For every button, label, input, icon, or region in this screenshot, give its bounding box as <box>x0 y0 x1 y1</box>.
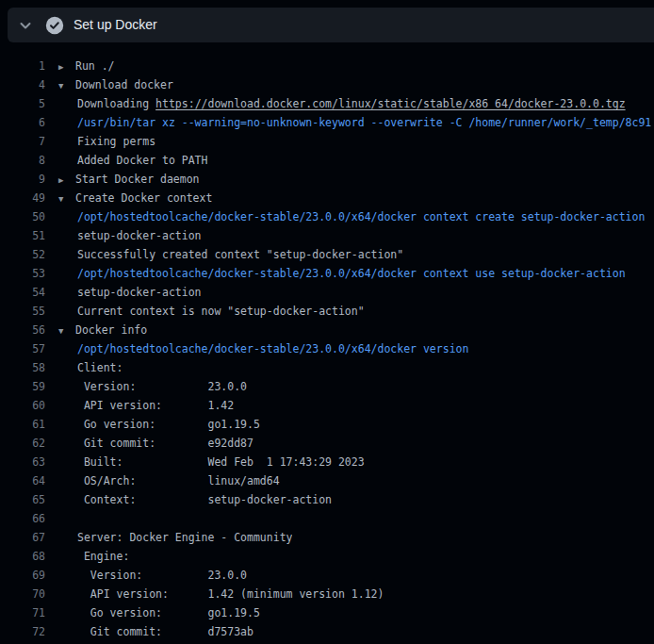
log-line: 72 Git commit: d7573ab <box>0 622 654 641</box>
log-line: 68 Engine: <box>0 547 654 566</box>
line-number[interactable]: 61 <box>0 415 45 434</box>
group-label[interactable]: Run ./ <box>75 59 115 73</box>
log-group-row[interactable]: 56▼Docker info <box>0 321 654 339</box>
line-number[interactable]: 1 <box>0 57 45 75</box>
log-text: /opt/hostedtoolcache/docker-stable/23.0.… <box>77 342 468 355</box>
log-line: 51setup-docker-action <box>0 226 654 245</box>
line-number[interactable]: 56 <box>0 321 45 339</box>
line-number[interactable]: 72 <box>0 622 45 641</box>
log-text: setup-docker-action <box>77 229 202 242</box>
line-number[interactable]: 54 <box>0 283 45 302</box>
log-group-row[interactable]: 1▶Run ./ <box>0 57 654 75</box>
line-number[interactable]: 51 <box>0 226 45 245</box>
log-line: 67Server: Docker Engine - Community <box>0 528 654 547</box>
log-text: Context: setup-docker-action <box>77 493 332 506</box>
group-label[interactable]: Docker info <box>75 323 147 337</box>
line-number[interactable]: 4 <box>0 75 45 94</box>
line-number[interactable]: 53 <box>0 264 45 283</box>
log-group-row[interactable]: 9▶Start Docker daemon <box>0 170 654 189</box>
line-number[interactable]: 58 <box>0 358 45 377</box>
log-text: Version: 23.0.0 <box>77 569 247 582</box>
triangle-right-icon[interactable]: ▶ <box>58 171 75 190</box>
line-number[interactable]: 7 <box>0 132 45 151</box>
line-number[interactable]: 70 <box>0 585 45 603</box>
log-line: 5Downloading https://download.docker.com… <box>0 94 654 113</box>
group-label[interactable]: Start Docker daemon <box>75 173 200 186</box>
log-text: Fixing perms <box>77 135 155 148</box>
log-text: Built: Wed Feb 1 17:43:29 2023 <box>77 455 365 469</box>
group-label[interactable]: Download docker <box>75 78 173 91</box>
log-lines: 1▶Run ./4▼Download docker5Downloading ht… <box>0 42 654 641</box>
log-line: 63 Built: Wed Feb 1 17:43:29 2023 <box>0 453 654 471</box>
line-number[interactable]: 68 <box>0 547 45 566</box>
line-number[interactable]: 69 <box>0 566 45 585</box>
log-line: 60 API version: 1.42 <box>0 396 654 415</box>
check-circle-icon <box>45 16 64 35</box>
triangle-down-icon[interactable]: ▼ <box>58 76 75 95</box>
line-number[interactable]: 64 <box>0 471 45 490</box>
log-line: 55Current context is now "setup-docker-a… <box>0 302 654 321</box>
line-number[interactable]: 59 <box>0 377 45 396</box>
line-number[interactable]: 66 <box>0 509 45 528</box>
log-line: 70 API version: 1.42 (minimum version 1.… <box>0 585 654 603</box>
line-number[interactable]: 5 <box>0 94 45 113</box>
triangle-down-icon[interactable]: ▼ <box>58 190 75 208</box>
log-text: Go version: go1.19.5 <box>77 606 260 619</box>
log-line: 53/opt/hostedtoolcache/docker-stable/23.… <box>0 264 654 283</box>
line-number[interactable]: 57 <box>0 339 45 358</box>
log-line: 6/usr/bin/tar xz --warning=no-unknown-ke… <box>0 113 654 132</box>
line-number[interactable]: 63 <box>0 453 45 471</box>
log-text: setup-docker-action <box>77 286 202 299</box>
log-text: Git commit: d7573ab <box>77 625 253 638</box>
log-text: Server: Docker Engine - Community <box>77 531 292 544</box>
triangle-right-icon[interactable]: ▶ <box>58 58 75 76</box>
log-line: 69 Version: 23.0.0 <box>0 566 654 585</box>
log-text: /usr/bin/tar xz --warning=no-unknown-key… <box>77 116 651 129</box>
log-group-row[interactable]: 4▼Download docker <box>0 75 654 94</box>
line-number[interactable]: 60 <box>0 396 45 415</box>
log-line: 8Added Docker to PATH <box>0 151 654 170</box>
log-text: Current context is now "setup-docker-act… <box>77 305 365 318</box>
line-number[interactable]: 8 <box>0 151 45 170</box>
log-text: API version: 1.42 <box>77 399 234 412</box>
log-line: 64 OS/Arch: linux/amd64 <box>0 471 654 490</box>
log-line: 65 Context: setup-docker-action <box>0 490 654 509</box>
chevron-down-icon[interactable] <box>18 18 33 33</box>
line-number[interactable]: 67 <box>0 528 45 547</box>
log-line: 50/opt/hostedtoolcache/docker-stable/23.… <box>0 207 654 226</box>
line-number[interactable]: 65 <box>0 490 45 509</box>
log-group-row[interactable]: 49▼Create Docker context <box>0 189 654 207</box>
log-line: 61 Go version: go1.19.5 <box>0 415 654 434</box>
log-line: 62 Git commit: e92dd87 <box>0 434 654 453</box>
log-line: 59 Version: 23.0.0 <box>0 377 654 396</box>
line-number[interactable]: 55 <box>0 302 45 321</box>
log-link[interactable]: https://download.docker.com/linux/static… <box>155 97 626 110</box>
log-text: Version: 23.0.0 <box>77 380 247 393</box>
line-number[interactable]: 50 <box>0 207 45 226</box>
log-text: Successfully created context "setup-dock… <box>77 248 403 261</box>
triangle-down-icon[interactable]: ▼ <box>58 322 75 340</box>
log-line: 7Fixing perms <box>0 132 654 151</box>
group-label[interactable]: Create Docker context <box>75 191 212 205</box>
log-line: 54setup-docker-action <box>0 283 654 302</box>
step-header[interactable]: Set up Docker <box>8 8 654 42</box>
log-line: 66 <box>0 509 654 528</box>
log-line: 57/opt/hostedtoolcache/docker-stable/23.… <box>0 339 654 358</box>
step-title: Set up Docker <box>74 8 157 42</box>
line-number[interactable]: 52 <box>0 245 45 264</box>
log-line: 58Client: <box>0 358 654 377</box>
line-number[interactable]: 71 <box>0 603 45 622</box>
log-line: 52Successfully created context "setup-do… <box>0 245 654 264</box>
log-text: Go version: go1.19.5 <box>77 418 260 431</box>
log-text: Git commit: e92dd87 <box>77 437 253 450</box>
log-text: OS/Arch: linux/amd64 <box>77 474 280 487</box>
log-text: /opt/hostedtoolcache/docker-stable/23.0.… <box>77 267 626 280</box>
log-text: Downloading <box>77 97 155 110</box>
line-number[interactable]: 9 <box>0 170 45 189</box>
line-number[interactable]: 62 <box>0 434 45 453</box>
line-number[interactable]: 49 <box>0 189 45 207</box>
line-number[interactable]: 6 <box>0 113 45 132</box>
log-line: 71 Go version: go1.19.5 <box>0 603 654 622</box>
log-text: Client: <box>77 361 123 374</box>
log-text: Engine: <box>77 550 129 563</box>
